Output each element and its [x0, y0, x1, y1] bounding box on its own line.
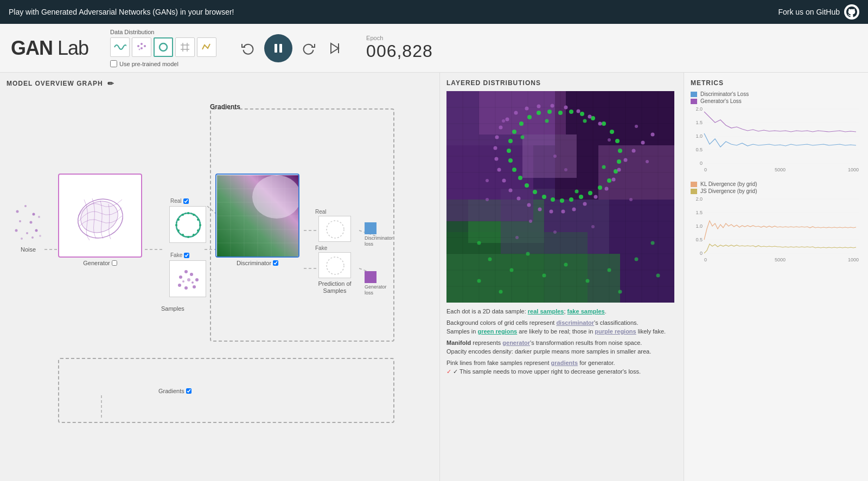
dist-wave-button[interactable]	[110, 37, 130, 57]
samples-label: Samples	[161, 305, 184, 312]
app-header: GAN Lab Data Distribution	[0, 24, 868, 73]
disc-loss-color-box	[365, 222, 376, 234]
svg-point-28	[199, 224, 201, 226]
epoch-label: Epoch	[366, 35, 433, 41]
svg-point-186	[486, 198, 489, 201]
dist-ring-button[interactable]	[154, 37, 173, 57]
dist-grid-button[interactable]	[175, 37, 195, 57]
reset-button[interactable]	[238, 39, 258, 58]
purple-regions-link[interactable]: purple regions	[595, 328, 636, 335]
dist-custom-button[interactable]	[197, 37, 216, 57]
metrics-title: METRICS	[691, 79, 861, 87]
svg-point-200	[651, 241, 655, 245]
graph-area: Gradients Real	[7, 92, 433, 471]
svg-point-166	[494, 146, 497, 150]
gradients-checkbox[interactable]	[186, 388, 192, 394]
generator-checkbox[interactable]	[112, 260, 117, 266]
svg-text:0.5: 0.5	[695, 147, 703, 152]
svg-text:1000: 1000	[848, 167, 859, 172]
generator-gradients-label: Gradients	[158, 388, 192, 394]
svg-point-154	[594, 195, 598, 199]
svg-point-177	[598, 122, 602, 126]
prediction-fake-box	[318, 252, 351, 278]
app-tagline: Play with Generated Adversarial Networks…	[9, 8, 234, 16]
step-refresh-button[interactable]	[299, 39, 318, 58]
real-samples-link[interactable]: real samples	[528, 308, 564, 315]
real-label-2: Real	[315, 209, 327, 215]
svg-point-51	[30, 221, 33, 224]
github-link[interactable]: Fork us on GitHub	[778, 4, 859, 20]
prediction-real-box	[318, 216, 351, 242]
real-checkbox-1[interactable]	[183, 198, 189, 204]
svg-point-184	[564, 168, 567, 171]
svg-point-167	[495, 136, 499, 139]
svg-point-152	[612, 178, 616, 182]
logo-lab: Lab	[53, 37, 88, 59]
pretrained-checkbox[interactable]	[110, 60, 117, 67]
svg-point-73	[327, 221, 344, 238]
epoch-value: 006,828	[366, 41, 433, 61]
svg-point-170	[514, 111, 518, 115]
svg-rect-81	[446, 145, 533, 221]
svg-point-165	[495, 157, 499, 161]
svg-point-183	[553, 155, 557, 158]
main-content: MODEL OVERVIEW GRAPH ✏	[0, 73, 868, 481]
metrics-panel: METRICS Discriminator's Loss Generator's…	[684, 73, 868, 481]
svg-point-133	[512, 168, 516, 172]
svg-point-116	[602, 121, 606, 126]
svg-point-122	[607, 178, 611, 183]
discriminator-checkbox[interactable]	[273, 260, 278, 266]
svg-point-171	[525, 107, 529, 111]
svg-point-37	[179, 275, 182, 279]
svg-point-136	[508, 139, 513, 143]
discriminator-link-1[interactable]: discriminator	[556, 319, 594, 326]
svg-point-128	[551, 197, 555, 202]
play-pause-button[interactable]	[264, 34, 292, 62]
gradients-link[interactable]: gradients	[551, 360, 578, 366]
loss-chart-container: Discriminator's Loss Generator's Loss 2.…	[691, 91, 861, 177]
svg-point-194	[526, 252, 530, 256]
svg-point-130	[533, 190, 537, 194]
svg-point-196	[564, 263, 568, 267]
edit-icon[interactable]: ✏	[107, 79, 114, 88]
data-distribution-section: Data Distribution	[110, 29, 216, 67]
svg-point-125	[579, 195, 583, 199]
svg-text:0: 0	[704, 257, 707, 262]
svg-point-148	[641, 141, 645, 145]
dist-dots-button[interactable]	[132, 37, 151, 57]
svg-point-33	[177, 229, 180, 232]
svg-point-189	[515, 236, 519, 239]
svg-point-175	[577, 110, 580, 113]
noise-node: Noise	[12, 201, 44, 253]
svg-point-144	[521, 136, 525, 139]
disc-loss-legend-item: Discriminator's Loss	[691, 91, 861, 97]
svg-text:1.5: 1.5	[695, 120, 703, 125]
svg-text:0: 0	[700, 251, 703, 256]
svg-point-147	[651, 133, 655, 137]
fake-samples-box	[169, 260, 206, 297]
svg-point-198	[608, 268, 611, 272]
generator-link-2[interactable]: generator	[502, 339, 530, 346]
divergence-chart-container: KL Divergence (by grid) JS Divergence (b…	[691, 181, 861, 267]
svg-point-52	[38, 216, 40, 218]
svg-point-112	[558, 111, 563, 115]
fake-samples-link[interactable]: fake samples	[567, 308, 605, 315]
green-regions-link[interactable]: green regions	[477, 328, 517, 335]
layered-svg	[446, 91, 674, 303]
svg-point-120	[617, 159, 621, 164]
fake-checkbox-1[interactable]	[184, 253, 189, 258]
discriminator-loss-indicator: Discriminator loss	[365, 222, 393, 247]
svg-point-42	[184, 286, 188, 290]
svg-point-45	[182, 280, 184, 283]
svg-point-174	[564, 106, 568, 110]
svg-point-155	[583, 202, 587, 206]
svg-point-49	[33, 213, 35, 216]
svg-point-145	[602, 165, 606, 169]
gradients-top-label: Gradients	[210, 103, 240, 111]
svg-point-57	[31, 236, 34, 239]
step-forward-button[interactable]	[325, 39, 344, 58]
svg-point-172	[537, 105, 541, 108]
svg-point-193	[510, 268, 514, 272]
svg-point-185	[608, 138, 611, 142]
svg-point-34	[175, 224, 177, 226]
